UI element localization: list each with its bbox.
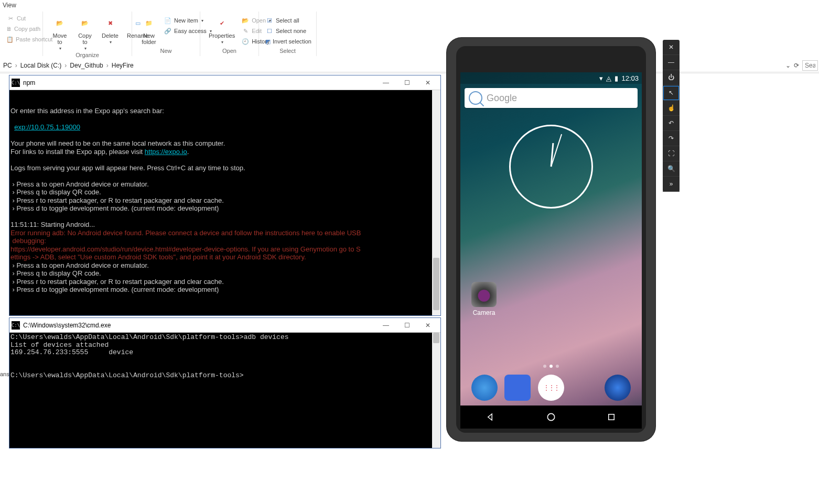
app-dock: ⋮⋮⋮ bbox=[460, 372, 642, 403]
expo-url-link[interactable]: exp://10.0.75.1:19000 bbox=[14, 123, 80, 131]
maximize-button[interactable]: ☐ bbox=[396, 76, 417, 89]
home-page-indicator bbox=[460, 365, 642, 368]
emu-fit-button[interactable]: ⛶ bbox=[663, 146, 680, 161]
breadcrumb-item[interactable]: PC bbox=[3, 62, 12, 69]
chevron-down-icon: ▾ bbox=[84, 46, 87, 51]
emu-rotate-right-button[interactable]: ↷ bbox=[663, 131, 680, 146]
copy-to-button[interactable]: 📂Copy to▾ bbox=[73, 14, 96, 52]
home-button[interactable] bbox=[545, 411, 557, 423]
terminal-output[interactable]: Or enter this address in the Expo app's … bbox=[9, 90, 440, 295]
emulator-screen[interactable]: ▾ ◬ ▮ 12:03 Google Camera bbox=[460, 72, 642, 429]
emu-pointer-button[interactable]: ↖ bbox=[663, 85, 680, 101]
svg-rect-1 bbox=[609, 414, 615, 420]
scissors-icon: ✂ bbox=[6, 14, 15, 23]
new-folder-button[interactable]: 📁New folder bbox=[137, 14, 160, 46]
dropdown-caret-icon[interactable]: ⌄ bbox=[785, 62, 791, 69]
emu-power-button[interactable]: ⏻ bbox=[663, 70, 680, 85]
terminal-output[interactable]: C:\Users\ewalds\AppData\Local\Android\Sd… bbox=[9, 333, 440, 380]
app-drawer-icon[interactable]: ⋮⋮⋮ bbox=[538, 375, 564, 401]
copy-icon: 📂 bbox=[77, 15, 93, 31]
truncated-text: ans bbox=[0, 371, 9, 377]
cmd-icon: C:\ bbox=[12, 79, 20, 87]
chevron-right-icon: › bbox=[106, 62, 109, 69]
ribbon-group-open: ✔Properties▾ 📂Open▾ ✎Edit 🕘History Open bbox=[200, 12, 259, 56]
select-none-button[interactable]: ☐Select none bbox=[264, 26, 311, 36]
paste-shortcut-button[interactable]: 📋Paste shortcut bbox=[5, 35, 37, 44]
ribbon-group-organize: 📂Move to▾ 📂Copy to▾ ✖Delete▾ ▭Rename Org… bbox=[43, 12, 132, 56]
emu-close-button[interactable]: ✕ bbox=[663, 40, 680, 55]
copy-path-button[interactable]: 🗎Copy path bbox=[5, 24, 37, 34]
terminal-titlebar[interactable]: C:\ C:\Windows\system32\cmd.exe — ☐ ✕ bbox=[9, 318, 440, 333]
window-title: C:\Windows\system32\cmd.exe bbox=[23, 322, 372, 329]
scrollbar[interactable] bbox=[432, 90, 440, 315]
select-none-icon: ☐ bbox=[265, 27, 274, 35]
phone-app-icon[interactable] bbox=[471, 375, 498, 401]
emu-zoom-button[interactable]: 🔍 bbox=[663, 161, 680, 177]
breadcrumb[interactable]: PC› Local Disk (C:)› Dev_Github› HeyFire bbox=[0, 59, 819, 72]
app-label: Camera bbox=[473, 309, 495, 316]
maximize-button[interactable]: ☐ bbox=[396, 319, 417, 332]
address-bar-right: ⌄ ⟳ bbox=[785, 59, 818, 72]
scrollbar-thumb[interactable] bbox=[433, 258, 439, 310]
group-label-new: New bbox=[137, 48, 195, 54]
cmd-icon: C:\ bbox=[12, 321, 20, 330]
shortcut-icon: 📋 bbox=[6, 35, 14, 43]
scrollbar-thumb[interactable] bbox=[433, 333, 439, 343]
google-search-widget[interactable]: Google bbox=[465, 88, 638, 108]
android-nav-bar bbox=[460, 406, 642, 429]
scrollbar[interactable] bbox=[432, 333, 440, 448]
group-label-select: Select bbox=[264, 48, 311, 54]
android-status-bar: ▾ ◬ ▮ 12:03 bbox=[460, 72, 642, 84]
terminal-titlebar[interactable]: C:\ npm — ☐ ✕ bbox=[9, 75, 440, 90]
chevron-right-icon: › bbox=[64, 62, 67, 69]
new-item-icon: 📄 bbox=[164, 16, 172, 25]
emu-rotate-left-button[interactable]: ↶ bbox=[663, 116, 680, 131]
select-all-button[interactable]: ☑Select all bbox=[264, 16, 311, 25]
emulator-bezel: ▾ ◬ ▮ 12:03 Google Camera bbox=[456, 46, 646, 433]
cut-button[interactable]: ✂Cut bbox=[5, 14, 37, 23]
svg-point-0 bbox=[547, 413, 554, 420]
move-to-button[interactable]: 📂Move to▾ bbox=[48, 14, 71, 52]
folder-icon: 📁 bbox=[141, 15, 157, 31]
search-input[interactable] bbox=[802, 60, 818, 71]
edit-icon: ✎ bbox=[241, 27, 250, 35]
easy-access-icon: 🔗 bbox=[164, 27, 172, 35]
ribbon-tab-view[interactable]: View bbox=[3, 2, 16, 9]
group-label-open: Open bbox=[206, 48, 253, 54]
emu-more-button[interactable]: » bbox=[663, 177, 680, 192]
chevron-down-icon: ▾ bbox=[110, 40, 112, 45]
delete-button[interactable]: ✖Delete▾ bbox=[99, 14, 122, 52]
group-label-organize: Organize bbox=[48, 52, 126, 58]
breadcrumb-item[interactable]: HeyFire bbox=[112, 62, 134, 69]
invert-selection-button[interactable]: ◩Invert selection bbox=[264, 37, 311, 46]
analog-clock-widget[interactable] bbox=[509, 125, 593, 209]
breadcrumb-item[interactable]: Dev_Github bbox=[70, 62, 103, 69]
camera-app-icon[interactable]: Camera bbox=[471, 282, 497, 316]
open-icon: 📂 bbox=[241, 16, 250, 25]
android-emulator: ▾ ◬ ▮ 12:03 Google Camera bbox=[447, 38, 655, 441]
chevron-down-icon: ▾ bbox=[59, 46, 61, 51]
minimize-button[interactable]: — bbox=[375, 319, 396, 332]
invert-icon: ◩ bbox=[265, 37, 271, 46]
error-text: Error running adb: No Android device fou… bbox=[10, 229, 361, 261]
camera-icon bbox=[471, 282, 497, 307]
window-title: npm bbox=[23, 79, 372, 86]
close-button[interactable]: ✕ bbox=[417, 76, 438, 89]
back-button[interactable] bbox=[485, 411, 497, 423]
emu-touch-button[interactable]: ☝ bbox=[663, 101, 680, 116]
history-icon: 🕘 bbox=[241, 37, 250, 46]
terminal-window-npm: C:\ npm — ☐ ✕ Or enter this address in t… bbox=[9, 75, 441, 316]
select-all-icon: ☑ bbox=[265, 16, 274, 25]
close-button[interactable]: ✕ bbox=[417, 319, 438, 332]
recents-button[interactable] bbox=[606, 411, 617, 423]
terminal-window-cmd: C:\ C:\Windows\system32\cmd.exe — ☐ ✕ C:… bbox=[9, 317, 441, 448]
expo-site-link[interactable]: https://expo.io bbox=[145, 148, 187, 156]
emu-minimize-button[interactable]: — bbox=[663, 55, 680, 70]
refresh-icon[interactable]: ⟳ bbox=[794, 62, 799, 69]
contacts-app-icon[interactable] bbox=[504, 375, 531, 401]
browser-app-icon[interactable] bbox=[605, 375, 631, 401]
minimize-button[interactable]: — bbox=[375, 76, 396, 89]
wifi-icon: ▾ bbox=[599, 74, 603, 82]
properties-button[interactable]: ✔Properties▾ bbox=[206, 14, 238, 46]
breadcrumb-item[interactable]: Local Disk (C:) bbox=[20, 62, 62, 69]
